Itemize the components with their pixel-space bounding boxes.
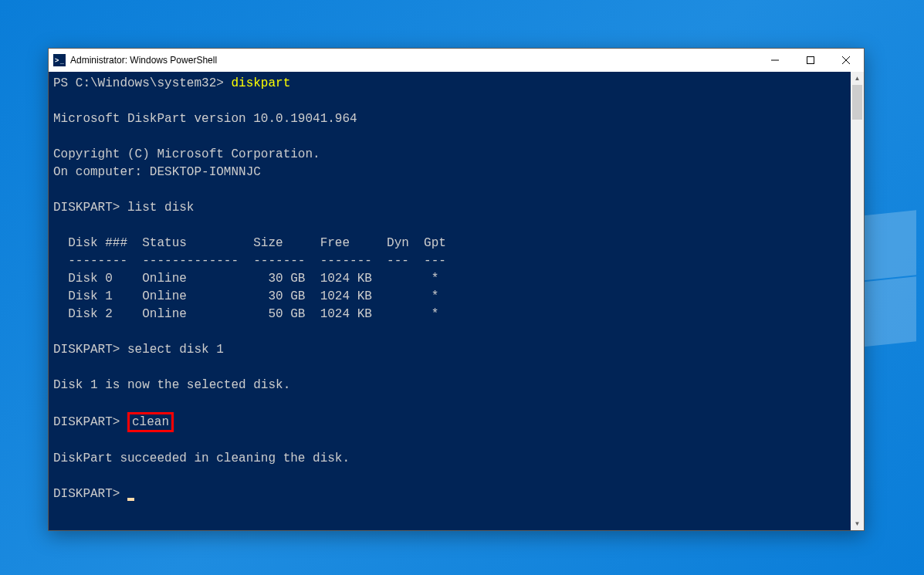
scroll-down-button[interactable]: ▼ bbox=[851, 517, 864, 530]
window-controls bbox=[757, 49, 864, 72]
close-button[interactable] bbox=[828, 49, 864, 72]
msg-disk-selected: Disk 1 is now the selected disk. bbox=[53, 378, 290, 392]
command-diskpart: diskpart bbox=[231, 76, 290, 90]
cursor bbox=[127, 498, 134, 501]
titlebar[interactable]: Administrator: Windows PowerShell bbox=[49, 49, 864, 72]
diskpart-version: Microsoft DiskPart version 10.0.19041.96… bbox=[53, 112, 357, 126]
computer-name: On computer: DESKTOP-IOMNNJC bbox=[53, 165, 261, 179]
table-row: Disk 0 Online 30 GB 1024 KB * bbox=[53, 272, 438, 286]
maximize-button[interactable] bbox=[793, 49, 828, 72]
command-list-disk: list disk bbox=[127, 201, 194, 215]
powershell-icon bbox=[53, 54, 66, 66]
diskpart-prompt: DISKPART> bbox=[53, 487, 127, 501]
command-clean-highlighted: clean bbox=[127, 412, 174, 432]
svg-rect-1 bbox=[807, 57, 814, 64]
scroll-thumb[interactable] bbox=[852, 85, 862, 120]
scroll-up-button[interactable]: ▲ bbox=[851, 72, 864, 85]
diskpart-prompt: DISKPART> bbox=[53, 415, 127, 429]
table-header: Disk ### Status Size Free Dyn Gpt bbox=[53, 236, 446, 250]
msg-clean-succeeded: DiskPart succeeded in cleaning the disk. bbox=[53, 452, 350, 465]
scrollbar[interactable]: ▲ ▼ bbox=[851, 72, 864, 530]
copyright-text: Copyright (C) Microsoft Corporation. bbox=[53, 147, 320, 161]
ps-prompt: PS C:\Windows\system32> bbox=[53, 76, 231, 90]
table-divider: -------- ------------- ------- ------- -… bbox=[53, 254, 446, 268]
command-select-disk: select disk 1 bbox=[127, 343, 224, 357]
powershell-window: Administrator: Windows PowerShell PS C:\… bbox=[48, 48, 865, 531]
terminal-area: PS C:\Windows\system32> diskpart Microso… bbox=[49, 72, 864, 530]
diskpart-prompt: DISKPART> bbox=[53, 201, 127, 215]
terminal-output[interactable]: PS C:\Windows\system32> diskpart Microso… bbox=[49, 72, 851, 530]
table-row: Disk 1 Online 30 GB 1024 KB * bbox=[53, 289, 438, 303]
minimize-button[interactable] bbox=[757, 49, 793, 72]
diskpart-prompt: DISKPART> bbox=[53, 343, 127, 357]
window-title: Administrator: Windows PowerShell bbox=[70, 55, 757, 66]
table-row: Disk 2 Online 50 GB 1024 KB * bbox=[53, 307, 438, 321]
